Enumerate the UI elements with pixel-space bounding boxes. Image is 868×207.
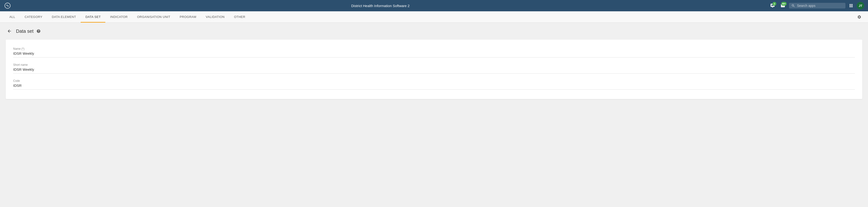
tab-category[interactable]: CATEGORY: [20, 11, 47, 23]
name-field: Name (*) IDSR Weekly: [13, 47, 855, 57]
app-title: District Health Information Software 2: [0, 4, 766, 8]
tab-data-set[interactable]: DATA SET: [81, 11, 105, 23]
tab-other[interactable]: OTHER: [229, 11, 250, 23]
tab-validation[interactable]: VALIDATION: [201, 11, 229, 23]
tab-indicator[interactable]: INDICATOR: [105, 11, 132, 23]
back-button[interactable]: [6, 27, 13, 35]
short-name-field: Short name IDSR Weekly: [13, 63, 855, 74]
tab-organisation-unit[interactable]: ORGANISATION UNIT: [132, 11, 175, 23]
help-icon[interactable]: [36, 29, 41, 33]
short-name-value[interactable]: IDSR Weekly: [13, 68, 855, 74]
notifications-badge: 99+: [781, 2, 787, 6]
tab-all[interactable]: ALL: [5, 11, 20, 23]
messages-button[interactable]: 2: [768, 1, 777, 10]
topbar-actions: 2 99+ Search apps JT: [768, 1, 864, 10]
code-label: Code: [13, 79, 855, 82]
topbar: District Health Information Software 2 2…: [0, 0, 868, 11]
name-value[interactable]: IDSR Weekly: [13, 51, 855, 57]
page-title: Data set: [16, 28, 33, 34]
user-avatar[interactable]: JT: [857, 2, 864, 9]
page-content: Data set Name (*) IDSR Weekly Short name…: [0, 23, 868, 104]
tab-data-element[interactable]: DATA ELEMENT: [47, 11, 81, 23]
code-value[interactable]: IDSR: [13, 83, 855, 89]
notifications-button[interactable]: 99+: [779, 1, 787, 10]
messages-badge: 2: [773, 2, 776, 6]
search-container[interactable]: Search apps: [789, 3, 845, 8]
tab-navigation: ALL CATEGORY DATA ELEMENT DATA SET INDIC…: [0, 11, 868, 23]
name-label: Name (*): [13, 47, 855, 50]
tab-settings-icon[interactable]: [855, 13, 863, 21]
search-icon: [792, 4, 795, 7]
avatar-initials: JT: [859, 4, 862, 7]
form-card: Name (*) IDSR Weekly Short name IDSR Wee…: [6, 40, 862, 99]
short-name-label: Short name: [13, 63, 855, 67]
search-apps-placeholder: Search apps: [797, 4, 843, 7]
apps-grid-button[interactable]: [847, 2, 855, 9]
page-header: Data set: [6, 27, 862, 35]
tab-program[interactable]: PROGRAM: [175, 11, 201, 23]
code-field: Code IDSR: [13, 79, 855, 89]
